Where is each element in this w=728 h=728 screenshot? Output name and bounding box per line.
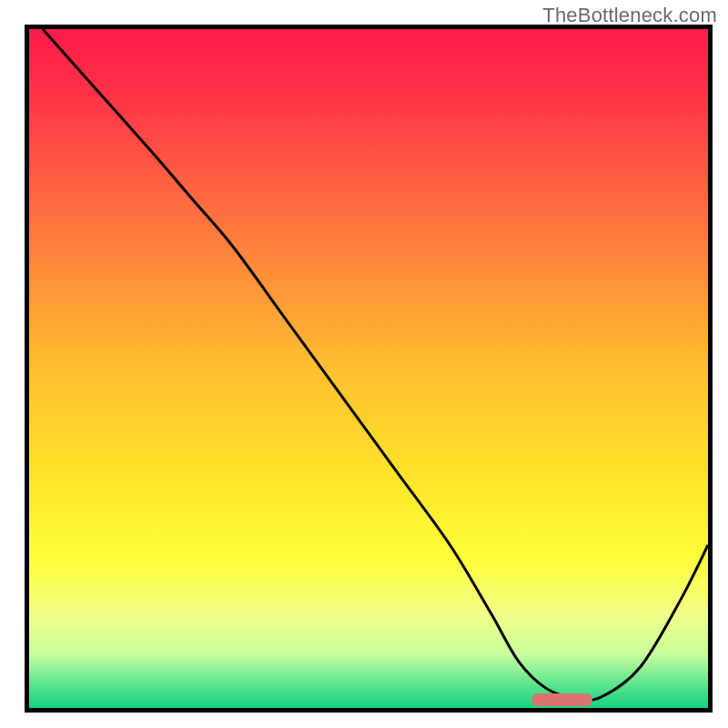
chart-svg [29,29,708,708]
optimal-range-marker [531,693,592,706]
plot-frame [25,25,713,713]
chart-container: TheBottleneck.com [0,0,728,728]
plot-area [29,29,708,708]
gradient-background [29,29,708,708]
